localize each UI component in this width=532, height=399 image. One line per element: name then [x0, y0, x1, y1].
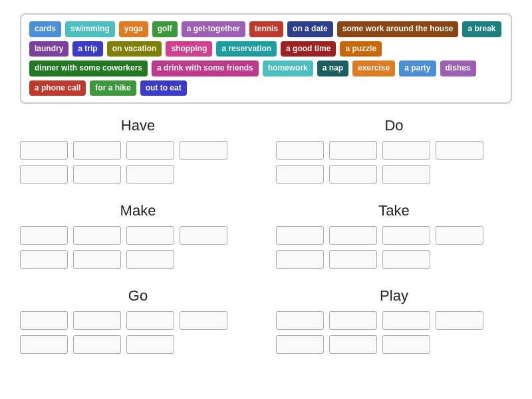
drop-row — [276, 226, 512, 245]
drop-row — [276, 141, 512, 160]
drop-box[interactable] — [20, 226, 68, 245]
drop-row — [20, 335, 256, 354]
category-title: Take — [276, 202, 512, 219]
drop-box[interactable] — [276, 335, 324, 354]
drop-box[interactable] — [329, 311, 377, 330]
drop-box[interactable] — [73, 311, 121, 330]
drop-box[interactable] — [276, 165, 324, 184]
drop-box[interactable] — [329, 250, 377, 269]
drop-box[interactable] — [329, 165, 377, 184]
word-chip[interactable]: homework — [263, 61, 313, 76]
drop-box[interactable] — [73, 335, 121, 354]
drop-box[interactable] — [276, 141, 324, 160]
drop-box[interactable] — [20, 141, 68, 160]
drop-box[interactable] — [126, 141, 174, 160]
drop-box[interactable] — [382, 226, 430, 245]
category-title: Make — [20, 202, 256, 219]
drop-box[interactable] — [436, 311, 483, 330]
drop-box[interactable] — [382, 335, 430, 354]
word-chip[interactable]: some work around the house — [337, 21, 459, 37]
category-go: Go — [20, 287, 256, 359]
drop-row — [276, 250, 512, 269]
word-chip[interactable]: a get-together — [182, 21, 245, 37]
drop-row — [20, 311, 256, 330]
drop-box[interactable] — [382, 141, 430, 160]
category-title: Do — [276, 117, 512, 134]
word-chip[interactable]: on a date — [287, 21, 333, 37]
word-chip[interactable]: for a hike — [90, 80, 136, 96]
drop-box[interactable] — [126, 335, 174, 354]
category-title: Go — [20, 287, 256, 305]
word-chip[interactable]: a party — [399, 61, 436, 76]
word-chip[interactable]: swimming — [65, 21, 115, 37]
word-chip[interactable]: out to eat — [140, 80, 187, 96]
category-title: Play — [276, 287, 512, 305]
word-chip[interactable]: shopping — [166, 41, 212, 57]
drop-box[interactable] — [20, 335, 68, 354]
word-chip[interactable]: a nap — [317, 61, 348, 76]
drop-box[interactable] — [73, 250, 121, 269]
drop-box[interactable] — [73, 165, 121, 184]
word-chip[interactable]: dinner with some coworkers — [29, 61, 148, 76]
category-have: Have — [20, 117, 256, 189]
drop-row — [20, 250, 256, 269]
drop-box[interactable] — [20, 165, 68, 184]
drop-box[interactable] — [276, 226, 324, 245]
drop-row — [20, 165, 256, 184]
drop-box[interactable] — [436, 226, 483, 245]
word-chip[interactable]: a phone call — [29, 80, 86, 96]
category-take: Take — [276, 202, 512, 274]
drop-box[interactable] — [20, 311, 68, 330]
word-chip[interactable]: laundry — [29, 41, 68, 57]
drop-box[interactable] — [382, 250, 430, 269]
drop-box[interactable] — [180, 311, 227, 330]
word-bank: cardsswimmingyogagolfa get-togethertenni… — [20, 13, 512, 104]
drop-box[interactable] — [329, 141, 377, 160]
category-do: Do — [276, 117, 512, 189]
word-chip[interactable]: dishes — [440, 61, 476, 76]
drop-box[interactable] — [276, 311, 324, 330]
word-chip[interactable]: on vacation — [107, 41, 162, 57]
drop-box[interactable] — [180, 141, 227, 160]
drop-box[interactable] — [276, 250, 324, 269]
drop-row — [20, 226, 256, 245]
category-title: Have — [20, 117, 256, 134]
word-chip[interactable]: a reservation — [216, 41, 277, 57]
drop-box[interactable] — [73, 226, 121, 245]
drop-box[interactable] — [382, 311, 430, 330]
drop-box[interactable] — [329, 226, 377, 245]
drop-box[interactable] — [126, 311, 174, 330]
word-chip[interactable]: tennis — [249, 21, 283, 37]
drop-box[interactable] — [436, 141, 483, 160]
word-chip[interactable]: a break — [462, 21, 501, 37]
drop-row — [276, 165, 512, 184]
drop-box[interactable] — [180, 226, 227, 245]
drop-row — [276, 311, 512, 330]
word-chip[interactable]: a good time — [281, 41, 336, 57]
word-chip[interactable]: yoga — [119, 21, 148, 37]
word-chip[interactable]: golf — [152, 21, 178, 37]
drop-box[interactable] — [126, 165, 174, 184]
drop-box[interactable] — [329, 335, 377, 354]
drop-row — [276, 335, 512, 354]
drop-box[interactable] — [126, 226, 174, 245]
word-chip[interactable]: exercise — [352, 61, 395, 76]
drop-box[interactable] — [73, 141, 121, 160]
word-chip[interactable]: a trip — [72, 41, 102, 57]
word-chip[interactable]: a puzzle — [340, 41, 382, 57]
word-chip[interactable]: a drink with some friends — [152, 61, 259, 76]
drop-box[interactable] — [126, 250, 174, 269]
drop-box[interactable] — [382, 165, 430, 184]
drop-row — [20, 141, 256, 160]
word-chip[interactable]: cards — [29, 21, 61, 37]
category-make: Make — [20, 202, 256, 274]
drop-box[interactable] — [20, 250, 68, 269]
categories-grid: HaveDoMakeTakeGoPlay — [20, 117, 512, 366]
category-play: Play — [276, 287, 512, 359]
